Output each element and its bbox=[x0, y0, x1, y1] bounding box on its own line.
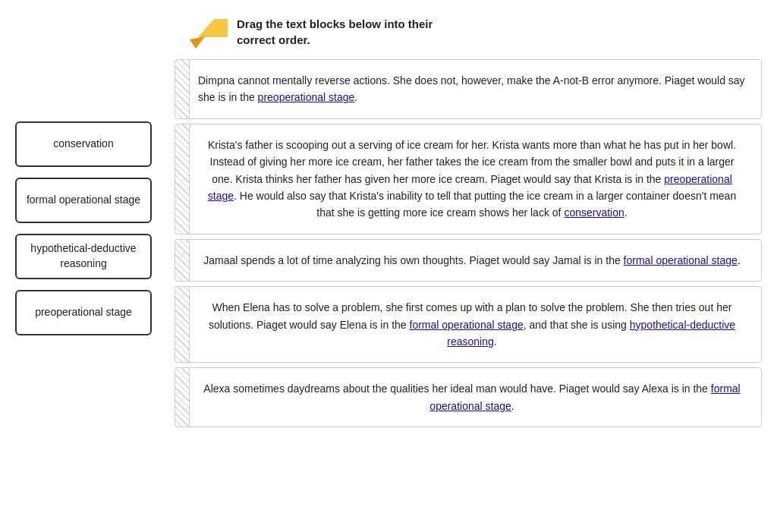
link-formal-operational-stage-2[interactable]: formal operational stage bbox=[410, 319, 524, 331]
svg-marker-2 bbox=[199, 19, 228, 36]
svg-marker-1 bbox=[190, 36, 205, 49]
drag-label-formal-operational-stage: formal operational stage bbox=[27, 193, 140, 208]
card-2-content: Krista's father is scooping out a servin… bbox=[190, 137, 746, 222]
card-1-content: Dimpna cannot mentally reverse actions. … bbox=[190, 72, 746, 106]
link-formal-operational-stage-3[interactable]: formal operational stage bbox=[429, 382, 740, 411]
sidebar: conservation formal operational stage hy… bbox=[0, 0, 167, 532]
card-4-content: When Elena has to solve a problem, she f… bbox=[190, 299, 746, 350]
drag-arrow-icon bbox=[190, 15, 228, 49]
card-4: When Elena has to solve a problem, she f… bbox=[175, 286, 762, 363]
card-3-content: Jamaal spends a lot of time analyzing hi… bbox=[190, 252, 746, 269]
link-preoperational-stage-1[interactable]: preoperational stage bbox=[258, 91, 355, 103]
drag-item-preoperational-stage[interactable]: preoperational stage bbox=[15, 290, 152, 335]
card-3: Jamaal spends a lot of time analyzing hi… bbox=[175, 239, 762, 282]
card-1: Dimpna cannot mentally reverse actions. … bbox=[175, 59, 762, 119]
drag-item-hypothetical-deductive-reasoning[interactable]: hypothetical-deductive reasoning bbox=[15, 234, 152, 279]
cards-container: Dimpna cannot mentally reverse actions. … bbox=[175, 59, 762, 427]
drag-label-conservation: conservation bbox=[53, 137, 113, 152]
drag-item-formal-operational-stage[interactable]: formal operational stage bbox=[15, 178, 152, 223]
card-5: Alexa sometimes daydreams about the qual… bbox=[175, 367, 762, 427]
link-conservation-1[interactable]: conservation bbox=[564, 206, 624, 219]
link-preoperational-stage-2[interactable]: preoperational stage bbox=[208, 173, 732, 202]
instruction-bar: Drag the text blocks below into their co… bbox=[175, 8, 762, 59]
drag-label-preoperational-stage: preoperational stage bbox=[35, 305, 132, 320]
instruction-text: Drag the text blocks below into their co… bbox=[237, 16, 433, 48]
drag-item-conservation[interactable]: conservation bbox=[15, 121, 152, 167]
card-2: Krista's father is scooping out a servin… bbox=[175, 124, 762, 235]
drag-label-hypothetical-deductive-reasoning: hypothetical-deductive reasoning bbox=[26, 241, 141, 271]
main-content: Drag the text blocks below into their co… bbox=[167, 0, 777, 532]
link-formal-operational-stage-1[interactable]: formal operational stage bbox=[624, 254, 738, 266]
card-5-content: Alexa sometimes daydreams about the qual… bbox=[190, 380, 746, 414]
